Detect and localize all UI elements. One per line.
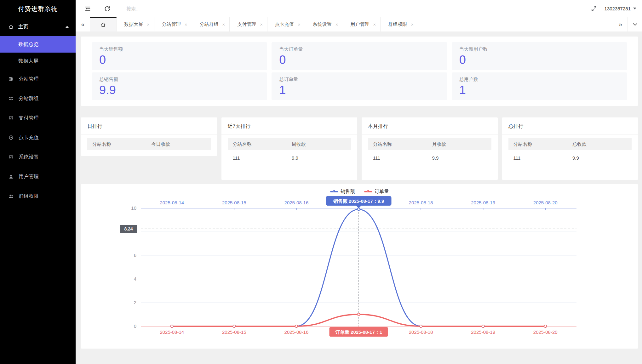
svg-text:6: 6 [134, 253, 136, 258]
main-area: 1302357281 « 数据大屏×分站管理×分站群组×支付管理×点卡充值×系统… [76, 0, 642, 349]
sidebar-item-分站群组[interactable]: 分站群组 [0, 89, 76, 108]
stat-value: 9.9 [99, 83, 260, 97]
svg-text:2025-08-14: 2025-08-14 [160, 329, 184, 335]
tabs-scroll-left-icon[interactable]: « [76, 17, 90, 31]
shield-check-icon [8, 135, 14, 140]
rank-table: 分站名称月收款1119.9 [368, 138, 491, 165]
sidebar-item-label: 分站群组 [19, 95, 39, 102]
sidebar-subitem-数据大屏[interactable]: 数据大屏 [0, 53, 76, 69]
stat-label: 当天订单量 [279, 46, 439, 52]
tab-close-icon[interactable]: × [185, 22, 187, 27]
table-row: 1119.9 [508, 150, 632, 165]
sidebar-item-home[interactable]: 主页 [0, 18, 76, 36]
user-menu[interactable]: 1302357281 [605, 6, 636, 11]
tab-label: 点卡充值 [275, 21, 294, 27]
sidebar-item-支付管理[interactable]: 支付管理 [0, 108, 76, 128]
sidebar: 付费进群系统 主页 数据总览数据大屏 分站管理分站群组支付管理点卡充值系统设置用… [0, 0, 76, 364]
chevron-up-icon [66, 26, 69, 28]
stat-card-当天新用户数: 当天新用户数0 [452, 42, 627, 70]
svg-text:2025-08-15: 2025-08-15 [222, 200, 246, 205]
legend-item-销售额[interactable]: 销售额 [330, 189, 355, 195]
tab-点卡充值[interactable]: 点卡充值× [267, 17, 305, 31]
sidebar-item-点卡充值[interactable]: 点卡充值 [0, 128, 76, 147]
tab-用户管理[interactable]: 用户管理× [343, 17, 381, 31]
stats-panel: 当天销售额0当天订单量0当天新用户数0总销售额9.9总订单量1总用户数1 [81, 37, 638, 106]
search-input[interactable] [126, 6, 202, 11]
chart-panel: 销售额订单量 02468102025-08-142025-08-142025-0… [81, 184, 638, 349]
rank-table-header: 分站名称周收款 [228, 138, 351, 150]
tab-close-icon[interactable]: × [260, 22, 263, 27]
tab-数据大屏[interactable]: 数据大屏× [117, 17, 154, 31]
stat-value: 0 [279, 53, 439, 67]
tab-群组权限[interactable]: 群组权限× [381, 17, 418, 31]
tabs-strip: 数据大屏×分站管理×分站群组×支付管理×点卡充值×系统设置×用户管理×群组权限× [117, 17, 418, 31]
rank-card-title: 日排行 [81, 117, 217, 134]
tab-close-icon[interactable]: × [411, 22, 414, 27]
chevron-down-icon [633, 8, 636, 9]
column-header: 今日收款 [152, 141, 211, 147]
rank-card-总排行: 总排行分站名称总收款1119.9 [502, 117, 638, 180]
tab-home[interactable] [90, 17, 117, 31]
sidebar-item-label: 分站管理 [19, 76, 39, 82]
svg-text:2025-08-15: 2025-08-15 [222, 329, 246, 335]
stat-card-总销售额: 总销售额9.9 [92, 72, 267, 100]
tab-close-icon[interactable]: × [222, 22, 225, 27]
tab-close-icon[interactable]: × [298, 22, 301, 27]
tab-close-icon[interactable]: × [335, 22, 338, 27]
sidebar-item-label: 点卡充值 [19, 134, 39, 141]
sidebar-item-label: 支付管理 [19, 115, 39, 122]
sidebar-item-群组权限[interactable]: 群组权限 [0, 186, 76, 206]
stat-value: 0 [459, 53, 620, 67]
tab-分站管理[interactable]: 分站管理× [154, 17, 192, 31]
home-icon [100, 22, 106, 28]
svg-text:2025-08-18: 2025-08-18 [409, 329, 433, 335]
stat-label: 总用户数 [459, 77, 620, 82]
column-header: 周收款 [292, 141, 351, 147]
legend-item-订单量[interactable]: 订单量 [364, 189, 389, 195]
fullscreen-icon[interactable] [590, 4, 598, 13]
tabbar: « 数据大屏×分站管理×分站群组×支付管理×点卡充值×系统设置×用户管理×群组权… [76, 17, 642, 31]
tab-label: 分站群组 [200, 21, 219, 27]
rank-table-header: 分站名称月收款 [368, 138, 491, 150]
shield-check-icon [8, 154, 14, 160]
stat-value: 1 [279, 83, 439, 97]
sidebar-item-分站管理[interactable]: 分站管理 [0, 69, 76, 89]
tab-close-icon[interactable]: × [147, 22, 150, 27]
sidebar-item-用户管理[interactable]: 用户管理 [0, 167, 76, 186]
rank-card-title: 本月排行 [362, 117, 498, 134]
rank-card-title: 总排行 [502, 117, 638, 134]
rank-table-header: 分站名称今日收款 [87, 138, 211, 150]
tab-分站群组[interactable]: 分站群组× [192, 17, 230, 31]
tab-支付管理[interactable]: 支付管理× [230, 17, 267, 31]
sidebar-submenu: 数据总览数据大屏 [0, 36, 76, 69]
sales-orders-line-chart[interactable]: 02468102025-08-142025-08-142025-08-15202… [81, 184, 638, 349]
tab-close-icon[interactable]: × [373, 22, 376, 27]
users-icon [8, 193, 14, 199]
refresh-icon[interactable] [103, 4, 111, 13]
user-icon [8, 174, 14, 179]
legend-marker-icon [330, 191, 338, 192]
svg-text:2025-08-19: 2025-08-19 [471, 200, 495, 205]
tab-系统设置[interactable]: 系统设置× [305, 17, 343, 31]
sidebar-subitem-数据总览[interactable]: 数据总览 [0, 36, 76, 53]
tabs-menu-icon[interactable] [628, 17, 642, 31]
rank-card-本月排行: 本月排行分站名称月收款1119.9 [362, 117, 498, 180]
rank-table: 分站名称今日收款 [87, 138, 211, 150]
svg-text:0: 0 [134, 323, 136, 329]
svg-text:2025-08-18: 2025-08-18 [409, 200, 433, 205]
stat-value: 1 [459, 83, 620, 97]
tabs-scroll-right-icon[interactable]: » [613, 17, 628, 31]
rank-card-近7天排行: 近7天排行分站名称周收款1119.9 [221, 117, 358, 180]
sidebar-item-系统设置[interactable]: 系统设置 [0, 147, 76, 167]
content: 当天销售额0当天订单量0当天新用户数0总销售额9.9总订单量1总用户数1 日排行… [76, 31, 642, 349]
tab-label: 用户管理 [351, 21, 370, 27]
user-id: 1302357281 [605, 6, 631, 11]
stat-card-当天销售额: 当天销售额0 [92, 42, 267, 70]
svg-text:4: 4 [134, 276, 136, 282]
legend-marker-icon [364, 191, 372, 192]
rank-table: 分站名称周收款1119.9 [228, 138, 351, 165]
sidebar-item-label: 用户管理 [19, 173, 39, 180]
columns-icon [8, 76, 14, 82]
stat-label: 总订单量 [279, 77, 439, 82]
menu-fold-icon[interactable] [83, 4, 92, 13]
